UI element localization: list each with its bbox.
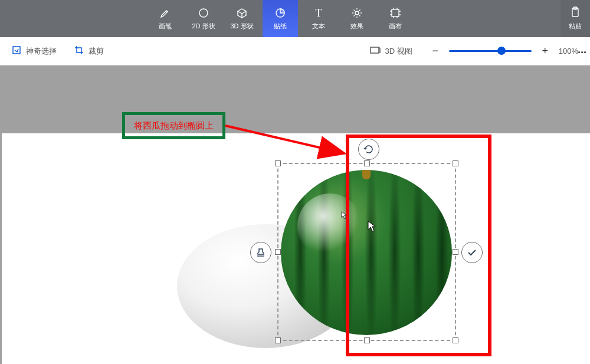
magic-select-icon [12, 45, 21, 57]
tool-2d-shape[interactable]: 2D 形状 [186, 0, 221, 37]
cube-icon [235, 6, 248, 19]
tool-3d-shape[interactable]: 3D 形状 [224, 0, 260, 37]
tool-canvas[interactable]: 画布 [378, 0, 413, 37]
tool-text[interactable]: T 文本 [301, 0, 336, 37]
tool-paste-label: 粘贴 [569, 22, 582, 31]
cursor-icon [368, 221, 376, 232]
view-3d-icon [370, 46, 381, 56]
magic-select-label: 神奇选择 [26, 46, 57, 57]
stamp-button[interactable] [250, 242, 271, 263]
annotation-instruction-text: 将西瓜拖动到椭圆上 [134, 120, 214, 132]
tool-3d-label: 3D 形状 [230, 22, 253, 31]
zoom-percent-label: 100% [559, 47, 578, 55]
canvas-icon [389, 6, 402, 19]
svg-point-0 [199, 9, 208, 17]
crop-label: 裁剪 [88, 46, 104, 57]
text-icon: T [312, 6, 325, 19]
more-menu-button[interactable] [576, 46, 588, 58]
zoom-slider[interactable] [449, 50, 532, 52]
tool-effects-label: 效果 [350, 22, 363, 31]
view-3d-label: 3D 视图 [385, 46, 412, 57]
svg-rect-6 [13, 47, 20, 54]
brush-icon [159, 6, 172, 19]
svg-rect-3 [392, 9, 399, 17]
view-3d-button[interactable]: 3D 视图 [370, 46, 412, 57]
zoom-group: − + 100% [430, 46, 578, 57]
tool-sticker[interactable]: 贴纸 [263, 0, 298, 37]
zoom-out-button[interactable]: − [430, 46, 441, 57]
crop-button[interactable]: 裁剪 [74, 45, 104, 57]
tool-brush[interactable]: 画笔 [148, 0, 183, 37]
top-toolbar: 画笔 2D 形状 3D 形状 贴纸 T 文本 效果 画布 [0, 0, 590, 37]
clipboard-icon [569, 6, 581, 19]
tool-2d-label: 2D 形状 [192, 22, 215, 31]
magic-select-button[interactable]: 神奇选择 [12, 45, 57, 57]
resize-handle-bl[interactable] [275, 337, 281, 343]
sun-icon [350, 6, 363, 19]
tool-effects[interactable]: 效果 [339, 0, 375, 37]
circle-icon [197, 6, 210, 19]
second-toolbar: 神奇选择 裁剪 3D 视图 − + 100% [0, 37, 590, 65]
resize-handle-ml[interactable] [275, 249, 281, 255]
resize-handle-tl[interactable] [275, 160, 281, 166]
sticker-icon [274, 6, 287, 19]
tool-brush-label: 画笔 [159, 22, 172, 31]
zoom-in-button[interactable]: + [540, 46, 550, 57]
svg-point-2 [355, 11, 359, 15]
tool-text-label: 文本 [312, 22, 325, 31]
tool-paste[interactable]: 粘贴 [560, 0, 590, 37]
zoom-slider-thumb[interactable] [497, 47, 506, 55]
tool-sticker-label: 贴纸 [274, 22, 287, 31]
crop-icon [74, 45, 84, 57]
tool-canvas-label: 画布 [389, 22, 402, 31]
annotation-target-box [346, 135, 491, 356]
annotation-instruction-box: 将西瓜拖动到椭圆上 [122, 112, 225, 139]
